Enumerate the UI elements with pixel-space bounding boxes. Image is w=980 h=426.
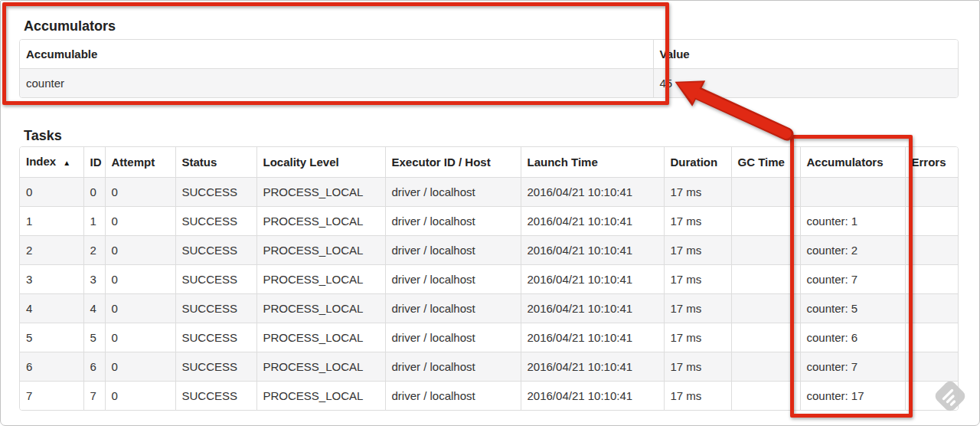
cell-id: 3 (83, 265, 105, 294)
cell-status: SUCCESS (175, 265, 256, 294)
cell-accumulators: counter: 5 (800, 294, 905, 323)
tasks-col-header-id[interactable]: ID (83, 147, 105, 178)
task-row: 1 1 0 SUCCESS PROCESS_LOCAL driver / loc… (20, 207, 959, 236)
cell-errors (905, 207, 959, 236)
cell-duration: 17 ms (664, 382, 731, 411)
cell-id: 4 (83, 294, 105, 323)
cell-locality-level: PROCESS_LOCAL (256, 352, 385, 382)
tasks-section-title: Tasks (24, 126, 62, 145)
task-row: 0 0 0 SUCCESS PROCESS_LOCAL driver / loc… (20, 178, 959, 207)
cell-accumulators: counter: 7 (800, 265, 905, 294)
accumulators-col-header-accumulable[interactable]: Accumulable (20, 40, 653, 69)
cell-locality-level: PROCESS_LOCAL (256, 265, 385, 294)
cell-id: 5 (83, 323, 105, 352)
cell-locality-level: PROCESS_LOCAL (256, 382, 385, 411)
cell-locality-level: PROCESS_LOCAL (256, 323, 385, 352)
cell-duration: 17 ms (664, 323, 731, 352)
task-row: 4 4 0 SUCCESS PROCESS_LOCAL driver / loc… (20, 294, 959, 323)
task-row: 2 2 0 SUCCESS PROCESS_LOCAL driver / loc… (20, 236, 959, 265)
cell-executor-id-host: driver / localhost (385, 323, 521, 352)
tasks-col-header-accumulators[interactable]: Accumulators (800, 147, 905, 178)
tasks-col-header-gc-time[interactable]: GC Time (731, 147, 800, 178)
cell-launch-time: 2016/04/21 10:10:41 (521, 207, 664, 236)
cell-locality-level: PROCESS_LOCAL (256, 294, 385, 323)
cell-executor-id-host: driver / localhost (385, 236, 521, 265)
accumulators-header-row: Accumulable Value (20, 40, 959, 69)
accumulators-section-title: Accumulators (24, 17, 116, 35)
cell-accumulators: counter: 6 (800, 323, 905, 352)
cell-executor-id-host: driver / localhost (385, 178, 521, 207)
cell-status: SUCCESS (175, 294, 256, 323)
accumulators-table: Accumulable Value counter 45 (19, 39, 959, 98)
cell-attempt: 0 (105, 323, 175, 352)
accumulators-col-header-value[interactable]: Value (653, 40, 959, 69)
cell-status: SUCCESS (175, 178, 256, 207)
cell-locality-level: PROCESS_LOCAL (256, 178, 385, 207)
task-row: 3 3 0 SUCCESS PROCESS_LOCAL driver / loc… (20, 265, 959, 294)
cell-status: SUCCESS (175, 323, 256, 352)
cell-index: 1 (20, 207, 83, 236)
cell-launch-time: 2016/04/21 10:10:41 (521, 323, 664, 352)
accumulator-row: counter 45 (20, 69, 959, 98)
cell-locality-level: PROCESS_LOCAL (256, 236, 385, 265)
cell-attempt: 0 (105, 207, 175, 236)
cell-duration: 17 ms (664, 207, 731, 236)
cell-errors (905, 352, 959, 382)
cell-errors (905, 265, 959, 294)
tasks-col-header-index-label: Index (26, 155, 56, 168)
cell-errors (905, 236, 959, 265)
cell-gc-time (731, 323, 800, 352)
cell-accumulable-name: counter (20, 69, 653, 98)
task-row: 5 5 0 SUCCESS PROCESS_LOCAL driver / loc… (20, 323, 959, 352)
cell-launch-time: 2016/04/21 10:10:41 (521, 382, 664, 411)
cell-accumulators: counter: 1 (800, 207, 905, 236)
cell-duration: 17 ms (664, 178, 731, 207)
cell-id: 0 (83, 178, 105, 207)
tasks-col-header-locality-level[interactable]: Locality Level (256, 147, 385, 178)
cell-accumulators: counter: 2 (800, 236, 905, 265)
cell-errors (905, 178, 959, 207)
cell-accumulators: counter: 7 (800, 352, 905, 382)
cell-index: 4 (20, 294, 83, 323)
cell-index: 5 (20, 323, 83, 352)
cell-errors (905, 382, 959, 411)
cell-id: 6 (83, 352, 105, 382)
cell-index: 6 (20, 352, 83, 382)
tasks-col-header-attempt[interactable]: Attempt (105, 147, 175, 178)
tasks-table: Index▲ ID Attempt Status Locality Level … (19, 146, 959, 411)
cell-gc-time (731, 352, 800, 382)
cell-id: 2 (83, 236, 105, 265)
tasks-col-header-index[interactable]: Index▲ (20, 147, 83, 178)
tasks-col-header-launch-time[interactable]: Launch Time (521, 147, 664, 178)
cell-attempt: 0 (105, 178, 175, 207)
cell-executor-id-host: driver / localhost (385, 382, 521, 411)
task-row: 7 7 0 SUCCESS PROCESS_LOCAL driver / loc… (20, 382, 959, 411)
cell-launch-time: 2016/04/21 10:10:41 (521, 265, 664, 294)
cell-duration: 17 ms (664, 236, 731, 265)
cell-id: 7 (83, 382, 105, 411)
cell-executor-id-host: driver / localhost (385, 352, 521, 382)
cell-status: SUCCESS (175, 352, 256, 382)
cell-accumulable-value: 45 (653, 69, 959, 98)
cell-executor-id-host: driver / localhost (385, 265, 521, 294)
task-row: 6 6 0 SUCCESS PROCESS_LOCAL driver / loc… (20, 352, 959, 382)
spark-stage-page: Accumulators Accumulable Value counter 4… (0, 0, 980, 426)
cell-launch-time: 2016/04/21 10:10:41 (521, 178, 664, 207)
tasks-col-header-status[interactable]: Status (175, 147, 256, 178)
cell-gc-time (731, 265, 800, 294)
cell-attempt: 0 (105, 265, 175, 294)
tasks-col-header-duration[interactable]: Duration (664, 147, 731, 178)
cell-status: SUCCESS (175, 236, 256, 265)
cell-status: SUCCESS (175, 207, 256, 236)
cell-launch-time: 2016/04/21 10:10:41 (521, 236, 664, 265)
tasks-col-header-errors[interactable]: Errors (905, 147, 959, 178)
cell-attempt: 0 (105, 352, 175, 382)
cell-duration: 17 ms (664, 265, 731, 294)
cell-accumulators (800, 178, 905, 207)
cell-errors (905, 294, 959, 323)
tasks-col-header-executor-id-host[interactable]: Executor ID / Host (385, 147, 521, 178)
cell-gc-time (731, 236, 800, 265)
cell-gc-time (731, 178, 800, 207)
cell-errors (905, 323, 959, 352)
cell-gc-time (731, 207, 800, 236)
